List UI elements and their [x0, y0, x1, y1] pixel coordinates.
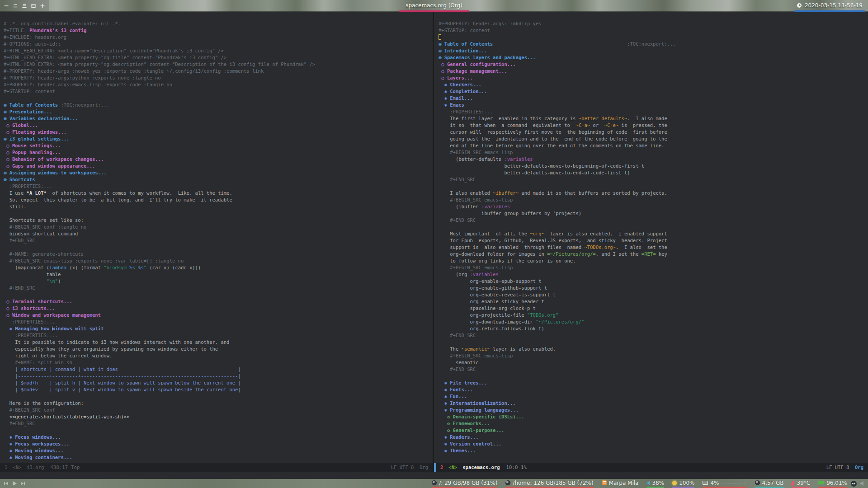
editor-line: ⊛ Spacemacs layers and packages... [439, 54, 868, 61]
editor-line: org-projectile-file "TODOs.org" [439, 312, 868, 319]
cjk-two-icon [12, 3, 19, 9]
cursor-position: 10:0 1% [506, 465, 527, 470]
desktop: spacemacs.org (Org) 2020-03-15 11-56-19 … [0, 0, 868, 488]
editor-line: ✱ Readers... [439, 434, 868, 441]
top-bar: spacemacs.org (Org) 2020-03-15 11-56-19 [0, 0, 868, 12]
editor-line: for Epub exports, Github, Reveal.JS expo… [439, 237, 868, 244]
editor-line: I also enabled ~ibuffer~ and made it so … [439, 190, 868, 197]
workspace-1-button[interactable] [2, 0, 11, 11]
workspace-2-button[interactable] [11, 0, 20, 11]
battery-module: 96.01% [818, 479, 847, 488]
editor-line: :PROPERTIES:... [4, 319, 433, 325]
cjk-three-icon [21, 3, 28, 9]
editor-line: #+STARTUP: content [439, 27, 868, 34]
editor-line: :PROPERTIES:... [4, 183, 433, 190]
modeline-right-segment: LF UTF-8 Org [826, 465, 863, 470]
editor-line: ⊛ Table of Contents :TOC:noexport:... [4, 102, 433, 108]
volume-module: 38% [646, 479, 664, 488]
editor-line: org-enable-reveal-js-support t [439, 291, 868, 298]
editor-line: (mapconcat (lambda (x) (format "bindsym … [4, 264, 433, 271]
volume-icon [646, 481, 650, 485]
emacs-frame: # -*- org-confirm-babel-evaluate: nil -*… [0, 12, 868, 479]
editor-line [439, 339, 868, 346]
editor-line: The ~semantic~ layer is also enabled. [439, 346, 868, 352]
next-icon [20, 481, 25, 486]
editor-line: ⊛ Assigning windows to workspaces... [4, 169, 433, 176]
editor-line: ✱ Fonts... [439, 386, 868, 393]
editor-line: |-----------+---------+-----------------… [4, 373, 433, 380]
editor-line: ✱ Themes... [439, 447, 868, 454]
editor-line [439, 224, 868, 230]
editor-line: | $mod+h | split h | Next window to spaw… [4, 380, 433, 386]
workspace-3-button[interactable] [20, 0, 29, 11]
editor-line: #+END_SRC [439, 217, 868, 224]
editor-line: #+BEGIN_SRC emacs-lisp [439, 352, 868, 359]
module-label: 4.57 GB [762, 480, 784, 486]
editor-line: #+INCLUDE: headers.org [4, 34, 433, 41]
editor-line: # -*- org-confirm-babel-evaluate: nil -*… [4, 20, 433, 27]
disk-icon [432, 480, 437, 485]
window-number: 2 [440, 465, 443, 470]
editor-line: | shortcuts | command | what it does | [4, 366, 433, 373]
status-modules: /: 29 GB/98 GB (31%)/home: 126 GB/185 GB… [432, 479, 850, 488]
editor-line: <<generate-shortcuts(table=split-win-sh)… [4, 413, 433, 420]
editor-line: ⊛ Table of Contents :TOC:noexport:... [439, 41, 868, 47]
previous-icon [4, 481, 9, 486]
sun-icon [672, 481, 677, 485]
editor-line: :PROPERTIES:... [439, 108, 868, 115]
editor-line: #+TITLE: Phundrak's i3 config [4, 27, 433, 34]
editor-line: #+NAME: split-win-sh [4, 359, 433, 366]
editor-line: #+STARTUP: content [4, 88, 433, 95]
editor-line: still. [4, 203, 433, 210]
workspace-4-button[interactable] [29, 0, 38, 11]
plus-icon [39, 3, 46, 9]
editor-line: Most important of all, the ~org~ layer i… [439, 230, 868, 237]
disk-root-module: /: 29 GB/98 GB (31%) [432, 479, 497, 488]
editor-line: ○ Behavior of workspace changes... [4, 156, 433, 163]
module-label: 4% [710, 480, 719, 486]
brightness-module: 100% [672, 479, 694, 488]
editor-line: ✱ Emacs [439, 102, 868, 108]
major-mode: Org [855, 465, 863, 470]
editor-line: #+BEGIN_SRC emacs-lisp [439, 149, 868, 156]
editor-line [4, 393, 433, 400]
editor-line: semantic [439, 359, 868, 366]
workspace-new-button[interactable] [38, 0, 47, 11]
editor-line [4, 291, 433, 298]
music-module: Marpa Mila [602, 479, 639, 488]
editor-line [439, 373, 868, 380]
editor-line: (ibuffer :variables [439, 203, 868, 210]
previous-track-button[interactable] [4, 481, 9, 486]
editor-line: #+BEGIN_SRC conf [4, 407, 433, 413]
music-icon [602, 480, 607, 485]
battery-icon [818, 481, 824, 484]
play-button[interactable] [12, 481, 17, 486]
editor-line: #+END_SRC [439, 366, 868, 373]
editor-line: The first layer enabled in this category… [439, 115, 868, 122]
focused-window-title: spacemacs.org (Org) [399, 0, 469, 12]
editor-line: ⊛ Shortcuts [4, 176, 433, 183]
editor-line: ✱ Moving containers... [4, 454, 433, 461]
editor-line: support is also enabled through files na… [439, 244, 868, 251]
editor-pane-right[interactable]: #+PROPERTY: header-args: :mkdirp yes#+ST… [434, 12, 868, 463]
editor-line: #+END_SRC [439, 332, 868, 339]
editor-line: to follow org links if the cursor is on … [439, 258, 868, 264]
editor-line: ibuffer-group-buffers-by 'projects) [439, 210, 868, 217]
editor-line [4, 95, 433, 102]
editor-line: #+END_SRC [439, 176, 868, 183]
editor-pane-left[interactable]: # -*- org-confirm-babel-evaluate: nil -*… [0, 12, 433, 463]
editor-line: ✿ Domain-specific (DSLs)... [439, 413, 868, 420]
editor-line [439, 34, 868, 41]
next-track-button[interactable] [20, 481, 25, 486]
editor-line: ○ Layers... [439, 75, 868, 81]
cjk-one-icon [3, 3, 9, 9]
editor-line: ⊛ Introduction... [439, 47, 868, 54]
audio-tray-icon[interactable] [860, 481, 865, 486]
editor-line: ✿ General-purpose... [439, 427, 868, 434]
editor-line: #+OPTIONS: auto-id:t [4, 41, 433, 47]
discord-tray-icon[interactable] [851, 481, 857, 487]
encoding-indicator: UTF-8 [835, 465, 849, 470]
cpu-graph: –––––––– [722, 480, 747, 485]
editor-line: :PROPERTIES:... [4, 332, 433, 339]
editor-line: #+END_SRC [4, 285, 433, 291]
